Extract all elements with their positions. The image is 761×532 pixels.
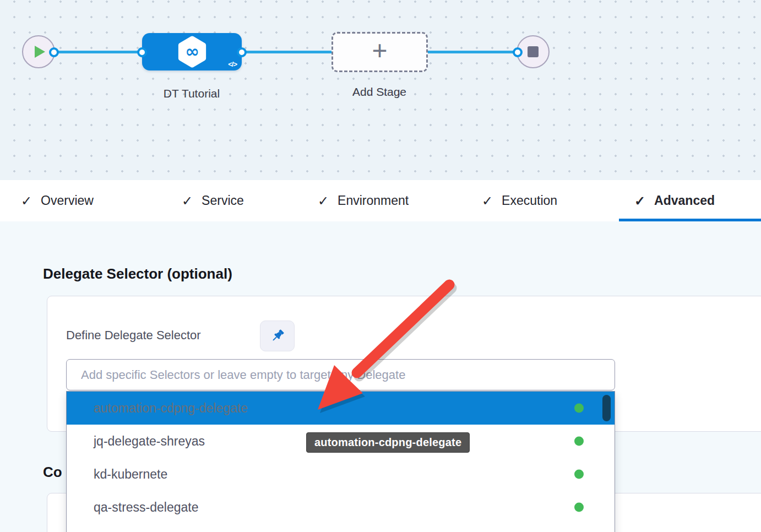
delegate-tooltip: automation-cdpng-delegate [306,432,470,453]
stop-icon [528,46,539,57]
partial-section-heading: Co [43,464,62,481]
delegate-dropdown: automation-cdpng-delegate jq-delegate-sh… [66,391,615,532]
connector-line [54,51,143,53]
check-icon: ✓ [182,193,193,209]
delegate-selector-heading: Delegate Selector (optional) [43,265,232,283]
add-stage-button[interactable]: + [331,32,428,72]
stage-node-label: DT Tutorial [142,87,242,100]
define-delegate-selector-label: Define Delegate Selector [66,328,201,343]
code-view-icon[interactable]: </> [228,60,237,68]
stage-tabbar: ✓ Overview ✓ Service ✓ Environment ✓ Exe… [0,180,761,221]
node-port[interactable] [513,47,523,57]
plus-icon: + [372,40,387,62]
dropdown-item-label: qa-stress-delegate [94,500,199,515]
active-tab-underline [619,219,761,221]
tab-execution[interactable]: ✓ Execution [482,180,557,221]
tab-label: Environment [338,193,409,208]
pipeline-canvas[interactable]: ∞ </> + DT Tutorial Add Stage [0,0,761,181]
dropdown-item-label: jq-delegate-shreyas [94,434,205,449]
harness-cd-hexagon-icon: ∞ [176,35,208,68]
dropdown-item-kd-kubernete[interactable]: kd-kubernete [67,458,615,491]
node-port[interactable] [237,47,247,57]
check-icon: ✓ [482,193,493,209]
pin-icon [270,328,285,344]
stage-node-dt-tutorial[interactable]: ∞ </> [142,33,242,70]
tab-label: Execution [502,193,557,208]
dropdown-item-qa-stress-delegate[interactable]: qa-stress-delegate [67,491,615,524]
delegate-status-dot [574,437,584,446]
pin-input-type-button[interactable] [260,321,295,351]
tab-label: Advanced [654,193,715,208]
delegate-status-dot [574,503,584,512]
dropdown-item-automation-cdpng-delegate[interactable]: automation-cdpng-delegate [67,392,615,425]
delegate-status-dot [574,470,584,479]
svg-text:∞: ∞ [185,41,199,61]
node-port[interactable] [137,47,147,57]
check-icon: ✓ [634,193,645,209]
add-stage-label: Add Stage [329,85,430,99]
connector-line [241,51,333,53]
tab-advanced[interactable]: ✓ Advanced [634,180,715,221]
tab-label: Service [202,193,244,208]
connector-line [427,51,518,53]
dropdown-item-label: automation-cdpng-delegate [94,401,248,416]
node-port[interactable] [49,47,59,57]
tab-service[interactable]: ✓ Service [182,180,244,221]
tab-environment[interactable]: ✓ Environment [318,180,409,221]
delegate-selector-input[interactable] [66,359,615,390]
dropdown-scrollbar-thumb[interactable] [602,395,611,421]
play-icon [35,46,45,58]
check-icon: ✓ [318,193,329,209]
dropdown-item-label: kd-kubernete [94,467,167,482]
tab-label: Overview [41,193,94,208]
check-icon: ✓ [21,193,32,209]
tab-overview[interactable]: ✓ Overview [21,180,94,221]
pipeline-stage-advanced-page: ∞ </> + DT Tutorial Add Stage ✓ Overview… [0,0,761,532]
delegate-status-dot [574,404,584,413]
